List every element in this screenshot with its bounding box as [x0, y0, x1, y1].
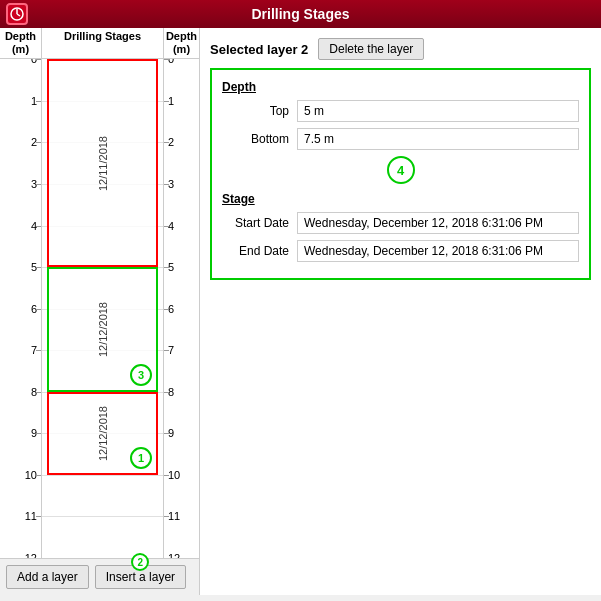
tick-line-left-3	[36, 184, 41, 185]
selected-header: Selected layer 2 Delete the layer	[210, 38, 591, 60]
bottom-depth-row: Bottom	[222, 128, 579, 150]
tick-line-left-10	[36, 475, 41, 476]
tick-line-right-2	[164, 142, 169, 143]
badge-4: 4	[387, 156, 415, 184]
stages-header: Drilling Stages	[42, 28, 164, 58]
tick-line-right-7	[164, 350, 169, 351]
tick-line-left-4	[36, 226, 41, 227]
badge-3: 3	[130, 364, 152, 386]
end-date-row: End Date	[222, 240, 579, 262]
tick-line-right-8	[164, 392, 169, 393]
insert-layer-wrapper: 2 Insert a layer	[95, 565, 186, 589]
delete-layer-button[interactable]: Delete the layer	[318, 38, 424, 60]
selected-layer-title: Selected layer 2	[210, 42, 308, 57]
tick-line-right-4	[164, 226, 169, 227]
badge-4-container: 4	[222, 156, 579, 184]
tick-line-right-3	[164, 184, 169, 185]
tick-line-left-0	[36, 59, 41, 60]
end-date-input[interactable]	[297, 240, 579, 262]
left-panel: Depth(m) Drilling Stages Depth(m) 012345…	[0, 28, 200, 595]
chart-inner: 0123456789101112 12/12/2018112/12/201831…	[0, 59, 199, 558]
tick-line-right-6	[164, 309, 169, 310]
depth-tick-right-10: 10	[168, 469, 180, 481]
tick-line-right-5	[164, 267, 169, 268]
stage-block-3[interactable]: 12/11/2018	[47, 59, 158, 267]
grid-line-11	[42, 516, 163, 517]
depth-col-left: 0123456789101112	[0, 59, 42, 558]
tick-line-left-8	[36, 392, 41, 393]
top-depth-row: Top	[222, 100, 579, 122]
depth-right-header: Depth(m)	[164, 28, 199, 58]
bottom-depth-input[interactable]	[297, 128, 579, 150]
top-depth-input[interactable]	[297, 100, 579, 122]
tick-line-left-6	[36, 309, 41, 310]
bottom-buttons: Add a layer 2 Insert a layer	[0, 558, 199, 595]
tick-line-right-11	[164, 516, 169, 517]
top-label: Top	[222, 104, 297, 118]
tick-line-left-11	[36, 516, 41, 517]
start-date-label: Start Date	[222, 216, 297, 230]
start-date-input[interactable]	[297, 212, 579, 234]
bottom-label: Bottom	[222, 132, 297, 146]
app-icon	[6, 3, 28, 25]
start-date-row: Start Date	[222, 212, 579, 234]
badge-2: 2	[131, 553, 149, 571]
end-date-label: End Date	[222, 244, 297, 258]
tick-line-left-1	[36, 101, 41, 102]
chart-area: 0123456789101112 12/12/2018112/12/201831…	[0, 59, 199, 558]
stage-label-2: 12/12/2018	[97, 302, 109, 357]
depth-tick-right-12: 12	[168, 552, 180, 558]
stage-block-1[interactable]: 12/12/20181	[47, 392, 158, 475]
tick-line-right-0	[164, 59, 169, 60]
detail-panel: Depth Top Bottom 4 Stage Start Date End …	[210, 68, 591, 280]
depth-tick-right-11: 11	[168, 510, 180, 522]
stage-block-2[interactable]: 12/12/20183	[47, 267, 158, 392]
stages-col: 12/12/2018112/12/2018312/11/2018	[42, 59, 164, 558]
tick-line-right-1	[164, 101, 169, 102]
window-title: Drilling Stages	[251, 6, 349, 22]
depth-col-right: 0123456789101112	[164, 59, 199, 558]
column-headers: Depth(m) Drilling Stages Depth(m)	[0, 28, 199, 59]
depth-left-header: Depth(m)	[0, 28, 42, 58]
title-bar: Drilling Stages	[0, 0, 601, 28]
stage-label-1: 12/12/2018	[97, 406, 109, 461]
svg-line-2	[17, 14, 20, 16]
tick-line-left-7	[36, 350, 41, 351]
main-layout: Depth(m) Drilling Stages Depth(m) 012345…	[0, 28, 601, 595]
tick-line-left-2	[36, 142, 41, 143]
tick-line-left-5	[36, 267, 41, 268]
stage-label-3: 12/11/2018	[97, 136, 109, 191]
right-panel: Selected layer 2 Delete the layer Depth …	[200, 28, 601, 595]
tick-line-right-10	[164, 475, 169, 476]
add-layer-button[interactable]: Add a layer	[6, 565, 89, 589]
tick-line-left-9	[36, 433, 41, 434]
stage-section-title: Stage	[222, 192, 579, 206]
badge-1: 1	[130, 447, 152, 469]
grid-line-10	[42, 475, 163, 476]
depth-section-title: Depth	[222, 80, 579, 94]
tick-line-right-9	[164, 433, 169, 434]
